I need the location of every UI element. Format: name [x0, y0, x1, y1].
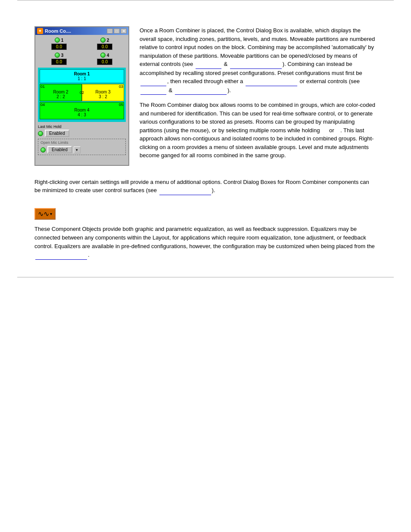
link-1[interactable]	[196, 60, 221, 69]
paragraph-2: The Room Combiner dialog box allows room…	[140, 101, 377, 160]
open-mic-indicator	[40, 147, 46, 152]
zone1-value[interactable]: 0.0	[51, 44, 67, 50]
maximize-button[interactable]: □	[114, 28, 120, 34]
dialog-title-icon: ✦	[37, 28, 43, 34]
room1-ratio: 1 : 1	[43, 76, 121, 81]
eq-arrow-icon: ▾	[50, 212, 52, 216]
zone-1: 1 0.0	[38, 37, 80, 50]
paragraph-1: Once a Room Combiner is placed, the Cont…	[140, 26, 377, 95]
open-mic-label: Open Mic Limits	[40, 140, 123, 145]
minimize-button[interactable]: _	[107, 28, 113, 34]
dialog-title: Room Co....	[45, 28, 71, 34]
link-3[interactable]	[140, 77, 166, 86]
partition-04-label: 04	[40, 102, 46, 107]
eq-wave-icon: ∿∿	[38, 210, 49, 218]
zone2-number: 2	[107, 38, 109, 43]
room1-full[interactable]: Room 1 1 : 1	[40, 69, 124, 83]
zone2-indicator	[100, 37, 106, 43]
link-4[interactable]	[246, 77, 297, 86]
rooms-split-area: 01 03 02 Room 2 2 : 2 Room 3 3 : 2	[40, 84, 124, 101]
partition-05-label: 05	[118, 102, 124, 107]
component-library-link[interactable]	[35, 251, 87, 260]
room2-ratio: 2 : 2	[42, 94, 80, 99]
room3-ratio: 3 : 2	[84, 94, 122, 99]
partition-01-label: 01	[40, 84, 46, 89]
zone3-value[interactable]: 0.0	[51, 59, 67, 65]
control-surface-link[interactable]	[159, 186, 211, 195]
last-mic-hold-indicator	[38, 131, 43, 136]
open-mic-enabled-button[interactable]: Enabled	[47, 146, 72, 153]
top-section: ✦ Room Co.... _ □ ✕	[34, 26, 377, 166]
link-6[interactable]	[175, 86, 227, 95]
zone4-value[interactable]: 0.0	[97, 59, 112, 65]
open-mic-spinner[interactable]: ▾	[74, 146, 81, 153]
room1-label: Room 1	[43, 72, 121, 76]
zone-3: 3 0.0	[38, 53, 80, 65]
eq-text-block: These Component Objects provide both gra…	[34, 225, 377, 260]
partition-03-label: 03	[118, 84, 124, 89]
zone2-value[interactable]: 0.0	[97, 44, 112, 50]
zone-row-1: 1 0.0 2 0.0	[38, 37, 126, 50]
dialog-titlebar-btns: _ □ ✕	[107, 28, 127, 34]
eq-section: ∿∿ ▾ These Component Objects provide bot…	[34, 208, 377, 260]
zone1-number: 1	[61, 38, 64, 43]
zone-row-2: 3 0.0 4 0.0	[38, 53, 126, 65]
right-click-paragraph: Right-clicking over certain settings wil…	[34, 178, 377, 195]
right-text-column: Once a Room Combiner is placed, the Cont…	[140, 26, 377, 166]
zone3-number: 3	[61, 53, 64, 58]
zone3-indicator	[55, 53, 60, 58]
last-mic-hold-enabled-button[interactable]: Enabled	[45, 130, 69, 137]
link-5[interactable]	[140, 86, 166, 95]
rooms-container: Room 1 1 : 1 01 03 02 Room 2	[38, 68, 126, 122]
room2-label: Room 2	[42, 90, 80, 94]
room4-area: 04 05 Room 4 4 : 3	[40, 102, 124, 119]
open-mic-row: Enabled ▾	[40, 146, 123, 153]
room4-label: Room 4	[42, 108, 122, 112]
partition-02-label: 02	[80, 90, 84, 95]
eq-paragraph: These Component Objects provide both gra…	[34, 225, 377, 260]
room2-half[interactable]: Room 2 2 : 2	[40, 84, 82, 101]
bottom-para-section: Right-clicking over certain settings wil…	[34, 178, 377, 195]
dialog-body: 1 0.0 2 0.0	[35, 35, 128, 158]
room4-ratio: 4 : 3	[42, 112, 122, 117]
zone4-number: 4	[107, 53, 109, 58]
dialog-titlebar: ✦ Room Co.... _ □ ✕	[35, 27, 128, 35]
eq-icon: ∿∿ ▾	[34, 208, 56, 220]
zone1-indicator	[55, 37, 60, 43]
last-mic-hold-row: Enabled	[38, 130, 126, 137]
open-mic-section: Open Mic Limits Enabled ▾	[38, 139, 126, 155]
room4-full[interactable]: Room 4 4 : 3	[40, 102, 124, 119]
zone4-indicator	[100, 53, 106, 58]
close-button[interactable]: ✕	[121, 28, 127, 34]
room-combiner-dialog: ✦ Room Co.... _ □ ✕	[34, 26, 129, 166]
last-mic-hold-label: Last Mic Hold	[38, 124, 126, 129]
link-2[interactable]	[230, 60, 282, 69]
zone-4: 4 0.0	[84, 53, 126, 65]
room3-label: Room 3	[84, 90, 122, 94]
zone-2: 2 0.0	[84, 37, 126, 50]
